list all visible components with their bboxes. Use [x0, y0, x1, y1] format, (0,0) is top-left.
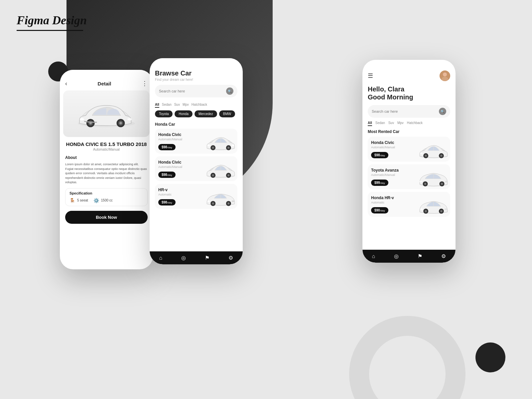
- home-nav-home-icon[interactable]: ⌂: [372, 253, 375, 259]
- home-car-sub-3: Automatic: [371, 201, 394, 204]
- home-filter-suv[interactable]: Suv: [388, 121, 394, 126]
- status-bar: [60, 70, 153, 76]
- svg-point-7: [80, 118, 84, 120]
- seat-spec: 🪑 5 seeat: [69, 198, 88, 203]
- car-info-2: Honda Civic Automatic/Manual $98/day: [158, 160, 182, 178]
- car-name-3: HR-v: [158, 188, 176, 192]
- svg-point-53: [445, 181, 448, 183]
- home-filter-sedan[interactable]: Sedan: [375, 121, 385, 126]
- home-car-card-1[interactable]: Honda Civic Automatic/Manual $98/day: [368, 137, 450, 162]
- brand-mercedez[interactable]: Mercedez: [195, 110, 217, 117]
- filter-sedan[interactable]: Sedan: [162, 103, 172, 108]
- home-price-2: $99/day: [371, 180, 388, 186]
- nav-home-icon[interactable]: ⌂: [159, 255, 163, 261]
- browse-title: Brawse Car: [155, 69, 237, 77]
- car-sub-1: Automatic/Manual: [158, 138, 182, 141]
- search-icon: 🔍: [226, 87, 233, 95]
- home-car-card-2[interactable]: Toyota Avanza Automatic/Manual $99/day: [368, 164, 450, 189]
- home-filter-hatchback[interactable]: Hatchback: [407, 121, 423, 126]
- home-filter-all[interactable]: All: [368, 121, 372, 126]
- svg-point-8: [127, 118, 132, 120]
- hamburger-menu-icon[interactable]: ☰: [368, 72, 373, 79]
- user-avatar[interactable]: [440, 70, 450, 81]
- brand-bmw[interactable]: BMW: [219, 110, 235, 117]
- svg-point-60: [441, 210, 442, 212]
- detail-car-subtitle: Automatic/Manual: [60, 148, 153, 154]
- svg-point-21: [212, 175, 214, 176]
- back-button[interactable]: ‹: [65, 80, 67, 87]
- car-info-3: HR-v Automatic $98/day: [158, 188, 176, 205]
- filter-all[interactable]: All: [155, 103, 159, 108]
- home-nav-compass-icon[interactable]: ◎: [394, 253, 399, 259]
- phone-browse: Brawse Car Find your dream car here! 🔍 A…: [150, 58, 243, 264]
- svg-point-17: [232, 145, 234, 146]
- book-now-button[interactable]: Book Now: [65, 211, 148, 224]
- browse-header: Brawse Car Find your dream car here! 🔍: [150, 65, 243, 103]
- home-hrv-svg: [417, 195, 450, 216]
- price-badge-1: $98/day: [158, 144, 176, 150]
- svg-point-52: [420, 181, 422, 183]
- home-nav-bookmark-icon[interactable]: ⚑: [418, 253, 422, 259]
- svg-point-16: [207, 145, 210, 146]
- car-sub-3: Automatic: [158, 193, 176, 196]
- svg-point-28: [212, 203, 214, 204]
- spec-items: 🪑 5 seeat ⚙️ 1500 cc: [69, 198, 143, 203]
- home-car-info-1: Honda Civic Automatic/Manual $98/day: [371, 140, 395, 158]
- home-car-list: Honda Civic Automatic/Manual $98/day: [362, 137, 456, 219]
- svg-point-51: [441, 183, 443, 185]
- car-name-1: Honda Civic: [158, 132, 182, 137]
- greeting-morning: Good Morning: [368, 93, 450, 101]
- nav-bookmark-icon[interactable]: ⚑: [205, 255, 209, 261]
- home-car-img-3: [417, 195, 447, 213]
- bg-arc-bottom-right: [349, 316, 466, 399]
- home-car-sub-2: Automatic/Manual: [371, 173, 399, 177]
- detail-car-name: HONDA CIVIC ES 1.5 TURBO 2018: [60, 139, 153, 148]
- price-badge-3: $98/day: [158, 199, 176, 205]
- home-car-card-3[interactable]: Honda HR-v Automatic $90/day: [368, 192, 450, 217]
- greeting-hello: Hello, Clara: [368, 85, 450, 93]
- logo-text: Figma Design: [17, 13, 87, 27]
- home-car-name-3: Honda HR-v: [371, 196, 394, 200]
- car-info-1: Honda Civic Automatic/Manual $98/day: [158, 132, 182, 150]
- svg-point-43: [441, 155, 442, 156]
- browse-subtitle: Find your dream car here!: [155, 78, 237, 81]
- price-badge-2: $98/day: [158, 172, 176, 178]
- seat-icon: 🪑: [69, 198, 75, 203]
- spec-title: Specification: [69, 191, 143, 195]
- home-search-box[interactable]: 🔍: [368, 105, 450, 118]
- home-civic-svg: [417, 140, 450, 161]
- home-car-img-1: [417, 140, 447, 158]
- browse-search-input[interactable]: [159, 89, 223, 93]
- car-hrv-svg-browse: [204, 187, 237, 208]
- browse-car-card-1[interactable]: Honda Civic Automatic/Manual $98/day: [155, 129, 237, 154]
- svg-point-31: [228, 203, 229, 204]
- home-car-name-1: Honda Civic: [371, 140, 395, 145]
- browse-search-box[interactable]: 🔍: [155, 85, 237, 97]
- nav-settings-icon[interactable]: ⚙: [228, 255, 233, 261]
- honda-section-title: Honda Car: [150, 121, 243, 129]
- svg-point-62: [445, 208, 447, 210]
- car-img-1: [204, 132, 234, 150]
- home-filter-mpv[interactable]: Mpv: [397, 121, 404, 126]
- home-car-name-2: Toyota Avanza: [371, 168, 399, 173]
- engine-spec: ⚙️ 1500 cc: [93, 198, 113, 203]
- more-button[interactable]: ⋮: [142, 80, 148, 87]
- brand-honda[interactable]: Honda: [175, 110, 192, 117]
- home-car-info-3: Honda HR-v Automatic $90/day: [371, 196, 394, 213]
- svg-point-44: [420, 153, 423, 154]
- svg-point-61: [420, 208, 423, 210]
- filter-hatchback[interactable]: Hatchback: [192, 103, 207, 108]
- svg-point-40: [425, 155, 427, 156]
- browse-car-card-3[interactable]: HR-v Automatic $98/day: [155, 184, 237, 209]
- filter-suv[interactable]: Suv: [174, 103, 180, 108]
- detail-header: ‹ Detail ⋮: [60, 76, 153, 89]
- browse-car-card-2[interactable]: Honda Civic Automatic/Manual $98/day: [155, 156, 237, 181]
- home-search-input[interactable]: [372, 109, 436, 113]
- svg-point-33: [232, 200, 234, 202]
- home-nav-settings-icon[interactable]: ⚙: [441, 253, 446, 259]
- car-sub-2: Automatic/Manual: [158, 165, 182, 169]
- filter-mpv[interactable]: Mpv: [183, 103, 189, 108]
- nav-compass-icon[interactable]: ◎: [181, 255, 186, 261]
- brand-toyota[interactable]: Toyota: [155, 110, 173, 117]
- svg-point-32: [207, 200, 210, 202]
